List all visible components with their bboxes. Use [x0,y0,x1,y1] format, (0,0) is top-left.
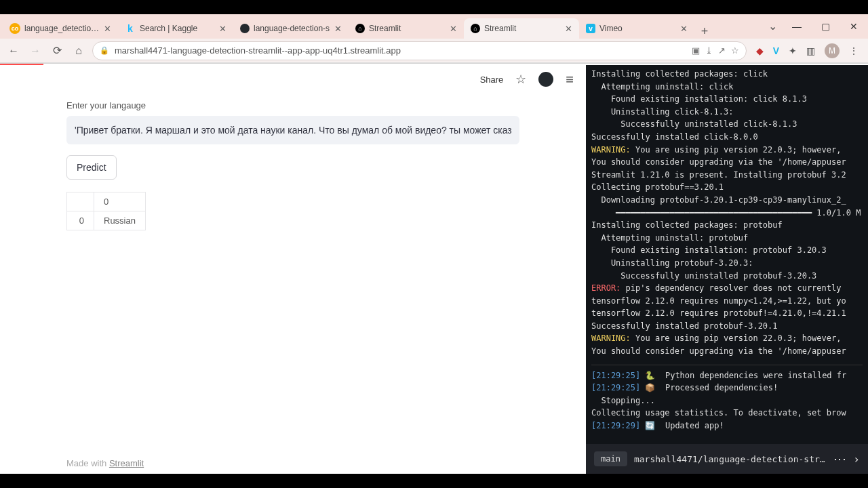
branch-chip[interactable]: main [594,451,627,466]
log-line: Uninstalling protobuf-3.20.3: [591,257,863,270]
tab-label: language-detection-s [254,24,330,33]
log-level-label: WARNING: [591,333,631,343]
share-url-icon[interactable]: ↗ [718,45,726,56]
log-line: [21:29:25] 🐍 Python dependencies were in… [591,369,863,382]
close-window-button[interactable]: ✕ [840,14,868,39]
log-lines[interactable]: Installing collected packages: click Att… [591,68,863,444]
vimeo-extension-icon[interactable]: V [773,45,779,56]
log-line: Installing collected packages: click [591,68,863,81]
predict-button[interactable]: Predict [66,155,117,180]
log-divider [591,365,863,365]
tab-strip: colanguage_detection.ip✕kSearch | Kaggle… [0,14,868,39]
reload-button[interactable]: ⟳ [49,43,65,59]
log-footer-chevron-icon[interactable]: › [853,453,860,466]
log-line: Attempting uninstall: click [591,81,863,94]
window-controls: — ▢ ✕ [783,14,868,39]
address-bar: ← → ⟳ ⌂ 🔒 marshall4471-language-detectio… [0,39,868,63]
log-emoji-icon: 🐍 [645,371,660,380]
log-emoji-icon: 🔄 [645,421,660,430]
streamlit-link[interactable]: Streamlit [109,458,144,468]
log-footer-more-icon[interactable]: ⋮ [833,453,848,465]
install-app-icon[interactable]: ⤓ [705,45,713,56]
table-row: 0 Russian [67,211,146,230]
log-line: Successfully installed protobuf-3.20.1 [591,320,863,333]
table-corner-cell [67,192,94,211]
log-line: Installing collected packages: protobuf [591,219,863,232]
minimize-button[interactable]: — [783,14,811,39]
result-table: 0 0 Russian [66,192,146,230]
extensions-puzzle-icon[interactable]: ✦ [789,45,797,56]
browser-tab[interactable]: ⌂Streamlit✕ [464,18,579,39]
tab-label: language_detection.ip [24,24,100,33]
table-cell-value: Russian [94,211,146,230]
tab-close-icon[interactable]: ✕ [565,24,572,34]
content-area: Share ☆ ≡ Enter your langauge Predict 0 [0,65,868,474]
log-line: WARNING: You are using pip version 22.0.… [591,144,863,157]
home-button[interactable]: ⌂ [71,43,87,59]
log-line: You should consider upgrading via the '/… [591,156,863,169]
repo-label[interactable]: marshall4471/language-detection-streamli… [634,454,827,464]
log-line: Collecting protobuf==3.20.1 [591,181,863,194]
log-line: Successfully uninstalled protobuf-3.20.3 [591,270,863,283]
log-line: Downloading protobuf-3.20.1-cp39-cp39-ma… [591,194,863,207]
log-level-label: ERROR: [591,283,620,293]
app-body: Enter your langauge Predict 0 0 Russian [0,94,586,230]
extension-a-icon[interactable]: ◆ [756,45,764,56]
log-line: [21:29:29] 🔄 Updated app! [591,420,863,432]
log-line: [21:29:25] 📦 Processed dependencies! [591,382,863,394]
url-field[interactable]: 🔒 marshall4471-language-detection-stream… [92,41,747,60]
log-line: Streamlit 1.21.0 is present. Installing … [591,169,863,182]
streamlit-footer: Made with Streamlit [66,458,144,468]
side-panel-icon[interactable]: ▥ [806,45,815,56]
log-line: ERROR: pip's dependency resolver does no… [591,282,863,295]
browser-tab[interactable]: language-detection-s✕ [233,18,349,39]
share-button[interactable]: Share [480,75,504,85]
maximize-button[interactable]: ▢ [811,14,840,39]
v-favicon: v [586,24,595,33]
tab-close-icon[interactable]: ✕ [450,24,457,34]
browser-menu-icon[interactable]: ⋮ [849,45,859,56]
letterbox-top [0,0,868,14]
camera-icon[interactable]: ▣ [692,45,700,56]
extension-icons: ◆ V ✦ ▥ M ⋮ [752,43,863,58]
streamlit-toolbar: Share ☆ ≡ [0,65,586,94]
browser-tab[interactable]: colanguage_detection.ip✕ [3,18,118,39]
log-line: Found existing installation: protobuf 3.… [591,244,863,257]
url-text: marshall4471-language-detection-streamli… [115,45,686,56]
log-line: Successfully uninstalled click-8.1.3 [591,118,863,131]
tab-label: Search | Kaggle [140,24,215,33]
log-level-label: WARNING: [591,145,631,155]
bookmark-star-icon[interactable]: ☆ [731,45,739,56]
browser-tab[interactable]: kSearch | Kaggle✕ [118,18,233,39]
back-button[interactable]: ← [5,43,22,59]
log-line: You should consider upgrading via the '/… [591,345,863,358]
tab-close-icon[interactable]: ✕ [334,24,342,34]
favorite-star-icon[interactable]: ☆ [515,72,526,87]
tab-label: Streamlit [369,24,446,33]
input-label: Enter your langauge [66,100,519,110]
tab-label: Vimeo [599,24,676,33]
tab-label: Streamlit [484,24,561,33]
browser-tab[interactable]: ⌂Streamlit✕ [349,18,464,39]
tab-close-icon[interactable]: ✕ [680,24,688,34]
language-text-input[interactable] [66,116,519,144]
tab-dropdown-button[interactable]: ⌄ [762,20,783,33]
browser-window: colanguage_detection.ip✕kSearch | Kaggle… [0,14,868,474]
streamlit-app-pane: Share ☆ ≡ Enter your langauge Predict 0 [0,65,586,474]
hamburger-menu-icon[interactable]: ≡ [566,72,574,87]
lock-icon: 🔒 [100,46,109,55]
log-line: Found existing installation: click 8.1.3 [591,93,863,106]
new-tab-button[interactable]: + [694,24,715,39]
github-icon[interactable] [538,72,553,87]
browser-tab[interactable]: vVimeo✕ [579,18,694,39]
log-line: ━━━━━━━━━━━━━━━━━━━━━━━━━━━━━━━━━━━━━━━━… [591,207,863,220]
st-favicon: ⌂ [471,24,480,33]
log-line: Uninstalling click-8.1.3: [591,106,863,119]
footer-prefix: Made with [66,458,109,468]
tab-close-icon[interactable]: ✕ [104,24,111,34]
log-timestamp: [21:29:25] [591,383,645,392]
profile-avatar[interactable]: M [825,43,840,58]
tab-close-icon[interactable]: ✕ [219,24,226,34]
forward-button[interactable]: → [27,43,43,59]
st-favicon: ⌂ [355,24,365,33]
